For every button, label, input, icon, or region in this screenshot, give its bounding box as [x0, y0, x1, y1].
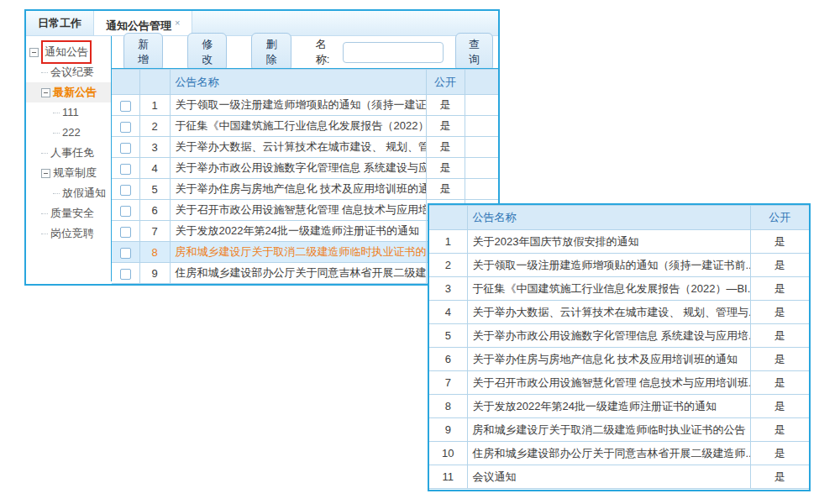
tab-notice-management[interactable]: 通知公告管理×: [93, 11, 192, 35]
announcement-title[interactable]: 关于领取一级注册建造师增项贴的通知（须持一建证书前...: [170, 95, 426, 116]
announcement-title[interactable]: 房和城乡建设厅关于取消二级建造师临时执业证书的公告: [170, 242, 426, 263]
announcement-title[interactable]: 关于举办大数据、云计算技术在城市建设、 规划、管理与...: [170, 137, 426, 158]
announcement-list-panel: 公告名称 公开 1关于2023年国庆节放假安排的通知是2关于领取一级注册建造师增…: [428, 203, 811, 491]
announcement-table-2: 公告名称 公开 1关于2023年国庆节放假安排的通知是2关于领取一级注册建造师增…: [429, 205, 809, 489]
collapse-icon[interactable]: [29, 48, 39, 57]
announcement-title[interactable]: 于征集《中国建筑施工行业信息化发展报告（2022）—BI...: [467, 277, 750, 301]
table-row[interactable]: 7关于召开市政公用设施智慧化管理 信息技术与应用培训班...是: [429, 371, 809, 395]
empty-cell: [465, 158, 498, 179]
empty-cell: [465, 116, 498, 137]
collapse-icon[interactable]: [41, 169, 50, 178]
public-column-header: 公开: [750, 206, 809, 230]
table-row[interactable]: 2于征集《中国建筑施工行业信息化发展报告（2022）—BI...是: [112, 116, 498, 137]
announcement-title[interactable]: 房和城乡建设厅关于取消二级建造师临时执业证书的公告: [467, 418, 750, 442]
table-row[interactable]: 1关于2023年国庆节放假安排的通知是: [429, 230, 809, 254]
public-flag: 是: [426, 116, 465, 137]
edit-button[interactable]: 修改: [187, 33, 227, 71]
table-row[interactable]: 9房和城乡建设厅关于取消二级建造师临时执业证书的公告是: [429, 418, 809, 442]
public-flag: 是: [750, 230, 809, 254]
announcement-title[interactable]: 关于举办市政公用设施数字化管理信息 系统建设与应用培...: [170, 158, 426, 179]
tree-item-4[interactable]: 222: [26, 123, 111, 143]
name-filter-label: 名称:: [316, 37, 338, 67]
announcement-title[interactable]: 关于召开市政公用设施智慧化管理 信息技术与应用培训班...: [170, 200, 426, 221]
table-row[interactable]: 11会议通知是: [429, 465, 809, 489]
row-checkbox[interactable]: [120, 185, 131, 196]
table-row[interactable]: 1关于领取一级注册建造师增项贴的通知（须持一建证书前...是: [112, 95, 498, 116]
table-row[interactable]: 5关于举办市政公用设施数字化管理信息 系统建设与应用培...是: [429, 324, 809, 348]
announcement-title[interactable]: 住房和城乡建设部办公厅关于同意吉林省开展二级建造师...: [170, 263, 426, 284]
row-number: 5: [429, 324, 467, 348]
add-button[interactable]: 新增: [123, 33, 163, 71]
tab-daily-work[interactable]: 日常工作: [26, 11, 93, 35]
public-flag: 是: [750, 465, 809, 489]
delete-button[interactable]: 删除: [251, 33, 291, 71]
tree-item-7[interactable]: 放假通知: [26, 183, 111, 203]
tree-item-0[interactable]: 通知公告: [26, 42, 111, 62]
table-row[interactable]: 3关于举办大数据、云计算技术在城市建设、 规划、管理与...是: [112, 137, 498, 158]
row-checkbox-cell: [112, 95, 139, 116]
row-number: 3: [139, 137, 170, 158]
tree-item-label: 质量安全: [50, 203, 94, 223]
row-checkbox[interactable]: [120, 101, 131, 112]
row-checkbox[interactable]: [120, 269, 131, 280]
name-filter-input[interactable]: [343, 42, 444, 63]
row-checkbox[interactable]: [120, 143, 131, 154]
row-checkbox[interactable]: [120, 206, 131, 217]
announcement-title[interactable]: 关于举办住房与房地产信息化 技术及应用培训班的通知: [467, 348, 750, 371]
tree-item-label: 最新公告: [53, 82, 97, 102]
row-checkbox-cell: [112, 200, 139, 221]
row-checkbox[interactable]: [120, 227, 131, 238]
table-row[interactable]: 10住房和城乡建设部办公厅关于同意吉林省开展二级建造师...是: [429, 442, 809, 465]
announcement-title[interactable]: 于征集《中国建筑施工行业信息化发展报告（2022）—BI...: [170, 116, 426, 137]
announcement-title[interactable]: 关于领取一级注册建造师增项贴的通知（须持一建证书前...: [467, 254, 750, 277]
tree-item-8[interactable]: 质量安全: [26, 203, 111, 223]
table-header-row: 公告名称 公开: [429, 206, 809, 230]
tree-item-2[interactable]: 最新公告: [26, 82, 111, 102]
announcement-title[interactable]: 住房和城乡建设部办公厅关于同意吉林省开展二级建造师...: [467, 442, 750, 465]
tree-item-label: 222: [62, 123, 81, 143]
row-number: 8: [429, 395, 467, 418]
table-row[interactable]: 5关于举办住房与房地产信息化 技术及应用培训班的通知是: [112, 179, 498, 200]
row-checkbox[interactable]: [120, 122, 131, 133]
row-number: 4: [139, 158, 170, 179]
public-flag: 是: [750, 371, 809, 395]
public-flag: 是: [426, 137, 465, 158]
collapse-icon[interactable]: [41, 88, 50, 97]
announcement-title[interactable]: 关于举办市政公用设施数字化管理信息 系统建设与应用培...: [467, 324, 750, 348]
public-flag: 是: [750, 254, 809, 277]
empty-cell: [465, 179, 498, 200]
tree-item-6[interactable]: 规章制度: [26, 163, 111, 183]
table-row[interactable]: 4关于举办大数据、云计算技术在城市建设、 规划、管理与...是: [429, 301, 809, 324]
row-number: 3: [429, 277, 467, 301]
announcement-title[interactable]: 关于召开市政公用设施智慧化管理 信息技术与应用培训班...: [467, 371, 750, 395]
tree-item-label: 111: [62, 102, 79, 123]
row-number: 8: [139, 242, 170, 263]
announcement-title[interactable]: 关于发放2022年第24批一级建造师注册证书的通知: [170, 221, 426, 242]
announcement-title[interactable]: 关于举办大数据、云计算技术在城市建设、 规划、管理与...: [467, 301, 750, 324]
row-number: 2: [139, 116, 170, 137]
tree-item-3[interactable]: 111: [26, 102, 111, 123]
row-checkbox[interactable]: [120, 248, 131, 259]
announcement-title[interactable]: 关于2023年国庆节放假安排的通知: [467, 230, 750, 254]
announcement-title[interactable]: 关于举办住房与房地产信息化 技术及应用培训班的通知: [170, 179, 426, 200]
table-row[interactable]: 4关于举办市政公用设施数字化管理信息 系统建设与应用培...是: [112, 158, 498, 179]
tree-connector: [41, 72, 48, 73]
checkbox-column-header: [112, 70, 139, 95]
table-row[interactable]: 2关于领取一级注册建造师增项贴的通知（须持一建证书前...是: [429, 254, 809, 277]
row-checkbox[interactable]: [120, 164, 131, 175]
close-icon[interactable]: ×: [175, 18, 180, 28]
tree-item-1[interactable]: 会议纪要: [26, 62, 111, 82]
table-header-row: 公告名称 公开: [112, 70, 498, 95]
tree-item-label: 通知公告: [41, 40, 92, 64]
announcement-title[interactable]: 会议通知: [467, 465, 750, 489]
tree-item-5[interactable]: 人事任免: [26, 143, 111, 163]
table-row[interactable]: 6关于举办住房与房地产信息化 技术及应用培训班的通知是: [429, 348, 809, 371]
tree-item-9[interactable]: 岗位竞聘: [26, 223, 111, 244]
row-number: 5: [139, 179, 170, 200]
tree-item-label: 放假通知: [62, 183, 106, 203]
table-row[interactable]: 3于征集《中国建筑施工行业信息化发展报告（2022）—BI...是: [429, 277, 809, 301]
table-row[interactable]: 8关于发放2022年第24批一级建造师注册证书的通知是: [429, 395, 809, 418]
search-button[interactable]: 查询: [455, 33, 493, 71]
row-checkbox-cell: [112, 263, 139, 284]
announcement-title[interactable]: 关于发放2022年第24批一级建造师注册证书的通知: [467, 395, 750, 418]
